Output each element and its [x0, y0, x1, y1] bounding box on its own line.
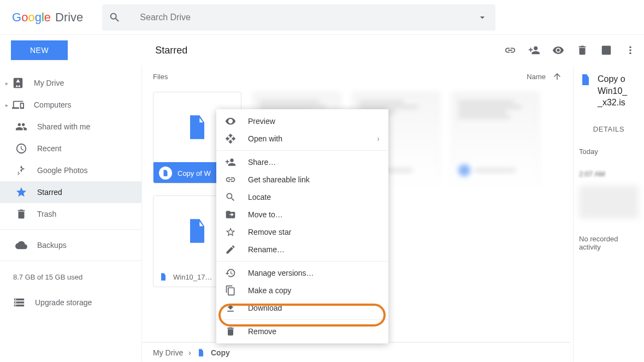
sidebar-item-label: Recent — [37, 144, 61, 153]
menu-preview[interactable]: Preview — [216, 112, 388, 130]
sidebar-item-label: Backups — [37, 241, 67, 250]
add-person-icon[interactable] — [528, 44, 540, 56]
sidebar-item-my-drive[interactable]: ▸My Drive — [0, 72, 141, 94]
file-card-placeholder — [451, 92, 540, 183]
sidebar-item-photos[interactable]: Google Photos — [0, 159, 141, 181]
menu-share[interactable]: Share… — [216, 153, 388, 171]
search-dropdown-icon[interactable] — [476, 12, 489, 23]
files-heading: Files — [153, 73, 168, 81]
upgrade-storage[interactable]: Upgrade storage — [0, 289, 141, 316]
header: Google Drive — [0, 0, 644, 35]
file-icon — [579, 73, 592, 86]
details-no-activity: No recorded activity — [579, 235, 639, 251]
page-title: Starred — [155, 45, 187, 56]
menu-locate[interactable]: Locate — [216, 188, 388, 206]
menu-download[interactable]: Download — [216, 299, 388, 317]
arrow-up-icon — [552, 72, 562, 81]
menu-rename[interactable]: Rename… — [216, 241, 388, 258]
menu-remove-star[interactable]: Remove star — [216, 223, 388, 241]
breadcrumb[interactable]: My Drive › Copy — [142, 342, 570, 362]
menu-open-with[interactable]: Open with› — [216, 130, 388, 147]
google-drive-logo[interactable]: Google Drive — [12, 10, 83, 25]
sidebar-item-label: Google Photos — [37, 166, 88, 175]
storage-usage: 8.7 GB of 15 GB used — [0, 265, 141, 289]
toolbar: NEW Starred — [0, 35, 644, 66]
details-panel: Copy o Win10_ _x32.is DETAILS Today 2:07… — [573, 66, 644, 362]
sidebar-item-label: Computers — [34, 100, 71, 109]
file-icon — [197, 348, 205, 357]
sidebar-item-label: Starred — [37, 188, 62, 197]
context-menu: Preview Open with› Share… Get shareable … — [216, 109, 388, 343]
sidebar-item-backups[interactable]: Backups — [0, 234, 141, 256]
search-box[interactable] — [102, 4, 495, 31]
sidebar-item-label: Shared with me — [37, 122, 90, 131]
file-name: Win10_17… — [173, 273, 212, 281]
details-filename: Copy o Win10_ _x32.is — [598, 73, 627, 109]
details-time: 2:07 AM — [579, 170, 639, 178]
sidebar-item-label: My Drive — [34, 79, 64, 87]
sidebar-item-computers[interactable]: ▸Computers — [0, 94, 141, 116]
eye-icon[interactable] — [552, 44, 564, 56]
sidebar-item-label: Trash — [37, 210, 56, 218]
menu-move-to[interactable]: Move to… — [216, 206, 388, 223]
more-icon[interactable] — [624, 44, 636, 56]
search-icon — [109, 11, 121, 23]
sort-label: Name — [527, 73, 546, 81]
sidebar: ▸My Drive ▸Computers Shared with me Rece… — [0, 66, 142, 362]
menu-manage-versions[interactable]: Manage versions… — [216, 264, 388, 282]
upgrade-label: Upgrade storage — [35, 298, 92, 307]
menu-remove[interactable]: Remove — [216, 323, 388, 340]
file-name: Copy of W — [178, 169, 211, 177]
search-input[interactable] — [140, 13, 476, 22]
breadcrumb-current: Copy — [211, 348, 230, 357]
sort-control[interactable]: Name — [527, 72, 562, 81]
details-tab[interactable]: DETAILS — [579, 125, 639, 133]
breadcrumb-root[interactable]: My Drive — [153, 348, 183, 357]
menu-make-copy[interactable]: Make a copy — [216, 282, 388, 299]
sidebar-item-shared[interactable]: Shared with me — [0, 116, 141, 138]
chevron-right-icon: › — [188, 348, 191, 357]
link-icon[interactable] — [504, 44, 516, 56]
add-to-drive-icon[interactable] — [600, 44, 612, 56]
details-today: Today — [579, 147, 639, 156]
sidebar-item-starred[interactable]: Starred — [0, 181, 141, 203]
sidebar-item-recent[interactable]: Recent — [0, 138, 141, 159]
sidebar-item-trash[interactable]: Trash — [0, 203, 141, 225]
trash-icon[interactable] — [576, 44, 588, 56]
details-activity-blur — [579, 186, 639, 218]
menu-get-link[interactable]: Get shareable link — [216, 171, 388, 188]
new-button[interactable]: NEW — [11, 40, 68, 60]
